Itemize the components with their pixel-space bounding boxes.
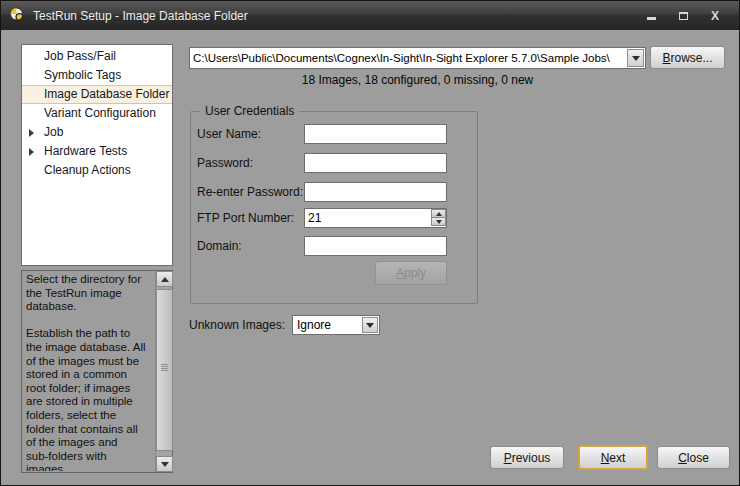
chevron-down-icon: [632, 56, 640, 61]
password-field[interactable]: [304, 153, 447, 173]
close-button[interactable]: Close: [657, 446, 730, 469]
sidebar-item-hardware-tests[interactable]: Hardware Tests: [22, 142, 172, 161]
scrollbar-thumb[interactable]: [156, 289, 173, 451]
sidebar-nav: Job Pass/Fail Symbolic Tags Image Databa…: [21, 44, 173, 266]
chevron-down-icon: [366, 323, 374, 328]
scroll-up-button[interactable]: [156, 271, 173, 287]
browse-button[interactable]: Browse...: [650, 46, 725, 69]
help-text: Select the directory for the TestRun ima…: [26, 273, 151, 471]
close-icon: X: [711, 9, 719, 23]
group-title: User Credentials: [200, 104, 299, 118]
minimize-icon: [647, 17, 656, 20]
help-scrollbar[interactable]: [155, 271, 172, 472]
ftp-port-label: FTP Port Number:: [197, 208, 294, 228]
sidebar-item-label: Image Database Folder: [44, 87, 169, 101]
scroll-down-button[interactable]: [156, 456, 173, 472]
previous-button[interactable]: Previous: [490, 446, 564, 469]
expand-triangle-icon[interactable]: [29, 148, 34, 156]
password-label: Password:: [197, 153, 253, 173]
reenter-password-field[interactable]: [304, 182, 447, 202]
user-name-label: User Name:: [197, 124, 261, 144]
user-name-field[interactable]: [304, 124, 447, 144]
reenter-password-label: Re-enter Password:: [197, 182, 303, 202]
unknown-images-label: Unknown Images:: [189, 315, 285, 335]
minimize-button[interactable]: [643, 9, 659, 23]
dropdown-selected-value: Ignore: [297, 316, 360, 334]
maximize-button[interactable]: [675, 9, 691, 23]
title-bar: TestRun Setup - Image Database Folder X: [1, 1, 739, 30]
help-panel: Select the directory for the TestRun ima…: [21, 270, 173, 473]
testrun-setup-dialog: TestRun Setup - Image Database Folder X …: [0, 0, 740, 486]
sidebar-item-symbolic-tags[interactable]: Symbolic Tags: [22, 66, 172, 85]
next-button[interactable]: Next: [578, 445, 648, 470]
sidebar-item-label: Cleanup Actions: [44, 163, 131, 177]
sidebar-item-label: Symbolic Tags: [44, 68, 121, 82]
apply-button[interactable]: Apply: [375, 261, 447, 285]
image-folder-combobox[interactable]: [189, 47, 646, 69]
sidebar-item-variant-configuration[interactable]: Variant Configuration: [22, 104, 172, 123]
image-count-status: 18 Images, 18 configured, 0 missing, 0 n…: [189, 73, 646, 87]
window-title: TestRun Setup - Image Database Folder: [33, 9, 248, 23]
maximize-icon: [679, 12, 688, 20]
sidebar-item-image-database-folder[interactable]: Image Database Folder: [22, 85, 172, 104]
domain-label: Domain:: [197, 236, 242, 256]
sidebar-item-cleanup-actions[interactable]: Cleanup Actions: [22, 161, 172, 180]
dropdown-arrow-button[interactable]: [362, 317, 378, 333]
image-folder-path-input[interactable]: [190, 48, 626, 68]
unknown-images-dropdown[interactable]: Ignore: [292, 315, 380, 335]
path-dropdown-button[interactable]: [627, 49, 644, 67]
stepper-down-button[interactable]: [431, 217, 446, 226]
domain-field[interactable]: [304, 236, 447, 256]
ftp-port-stepper: [431, 209, 446, 227]
sidebar-item-label: Hardware Tests: [44, 144, 127, 158]
sidebar-item-label: Job: [44, 125, 63, 139]
sidebar-item-job-pass-fail[interactable]: Job Pass/Fail: [22, 47, 172, 66]
arrow-up-icon: [436, 212, 442, 216]
arrow-down-icon: [161, 462, 169, 467]
sidebar-item-label: Job Pass/Fail: [44, 49, 116, 63]
expand-triangle-icon[interactable]: [29, 129, 34, 137]
ftp-port-field[interactable]: [304, 208, 447, 228]
arrow-up-icon: [161, 277, 169, 282]
close-window-button[interactable]: X: [707, 9, 723, 23]
thumb-grip-icon: [161, 366, 168, 367]
arrow-down-icon: [436, 220, 442, 224]
sidebar-item-job[interactable]: Job: [22, 123, 172, 142]
app-icon: [9, 7, 26, 24]
sidebar-item-label: Variant Configuration: [44, 106, 156, 120]
